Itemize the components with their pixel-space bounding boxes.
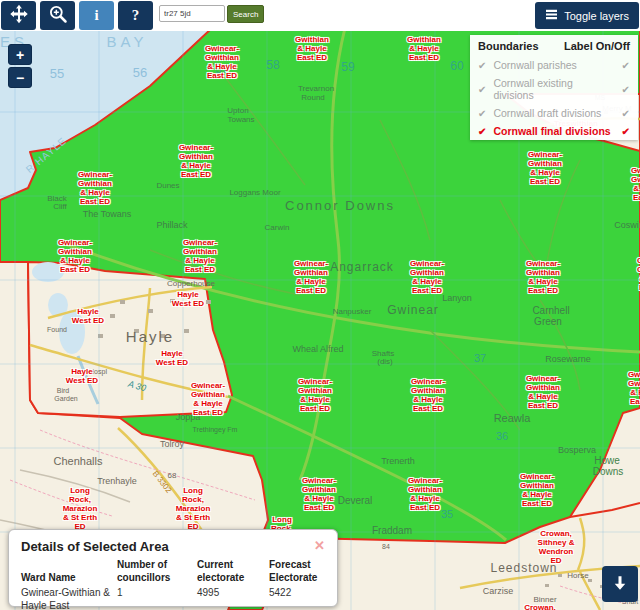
search-button[interactable]: Search xyxy=(227,5,264,23)
search-input[interactable] xyxy=(159,5,225,22)
map-place-label: Trevarnon xyxy=(298,84,334,93)
map-place-label: Carnhell xyxy=(532,305,569,316)
ed-label: Gwinear-Gwithian& HayleEast ED xyxy=(255,377,375,413)
ed-label: Gwinear-Gwithian& HayleEast ED xyxy=(15,238,135,274)
map-place-label: Phillack xyxy=(156,220,187,230)
help-tool-button[interactable]: ? xyxy=(118,1,153,30)
map-place-label: Copperhouse xyxy=(167,279,215,288)
layer-label: Cornwall draft divisions xyxy=(493,107,614,119)
pan-tool-button[interactable] xyxy=(1,1,36,30)
hamburger-icon xyxy=(545,9,558,22)
ed-label: Gwinear-Gwithian& HayleEast ED xyxy=(367,259,487,295)
down-arrow-icon xyxy=(611,574,629,595)
ed-label: Gwinear-Gwithian& HayleEast ED xyxy=(483,259,603,295)
map-place-label: Dunes xyxy=(156,181,179,190)
map-place-label: Trethingey Fm xyxy=(193,426,238,433)
ward-name-value: Gwinear-Gwithian & Hayle East xyxy=(21,587,117,610)
map-place-label: Green xyxy=(534,316,562,327)
column-header-ward-name: Ward Name xyxy=(21,572,117,585)
column-header-current-electorate: Current electorate xyxy=(197,559,269,584)
map-place-label: Coswin xyxy=(614,220,640,230)
map-place-label: Loggans Moor xyxy=(229,188,280,197)
label-toggle-check-icon[interactable]: ✔ xyxy=(622,108,630,119)
ed-label: HayleWest ED xyxy=(22,367,142,385)
map-place-label: Round xyxy=(301,93,325,102)
layer-row-cornwall-final-divisions[interactable]: ✔ Cornwall final divisions ✔ xyxy=(470,122,638,140)
layer-check-icon[interactable]: ✔ xyxy=(478,108,486,119)
map-place-label: 36 xyxy=(496,430,508,442)
map-place-label: Gwinear xyxy=(387,303,439,317)
ed-label: HayleWest ED xyxy=(112,349,232,367)
ed-label: HayleWest ED xyxy=(28,307,148,325)
map-place-label: 68 xyxy=(168,471,177,480)
map-app: ESBAYR HAYLE555657585960373536UptonTowan… xyxy=(0,0,640,610)
map-place-label: Bosperva xyxy=(558,445,596,455)
map-place-label: 84 xyxy=(382,543,390,550)
ed-label: Crowan,Sithney &WendronED xyxy=(496,529,616,565)
ed-label: Gwinear-Gwithian& HayleEast ED xyxy=(588,166,640,202)
ed-label: Gwinear-Gwithian& HayleEast ED xyxy=(251,259,371,295)
info-icon: i xyxy=(94,8,98,23)
map-place-label: Carzise xyxy=(483,586,514,596)
scroll-down-button[interactable] xyxy=(602,566,638,602)
ed-label: Gwinear-Gwithian& HayleEast ED xyxy=(485,150,605,186)
map-place-label: Found xyxy=(47,326,67,333)
map-place-label: Downs xyxy=(593,466,624,477)
map-place-label: 59 xyxy=(341,60,354,74)
ed-label: Gwinear-Gwithian& HayleEast ED xyxy=(365,476,485,512)
layer-check-icon[interactable]: ✔ xyxy=(478,126,486,137)
map-place-label: Horse xyxy=(567,571,588,580)
ed-label: Gwinear-Gwithian& HayleEast ED xyxy=(140,238,260,274)
layer-check-icon[interactable]: ✔ xyxy=(478,84,486,95)
map-place-label: 55 xyxy=(50,66,64,81)
label-toggle-check-icon[interactable]: ✔ xyxy=(622,126,630,137)
layer-row-cornwall-existing-divisions[interactable]: ✔ Cornwall existing divisions ✔ xyxy=(470,74,638,104)
label-toggle-check-icon[interactable]: ✔ xyxy=(622,60,630,71)
layer-row-cornwall-draft-divisions[interactable]: ✔ Cornwall draft divisions ✔ xyxy=(470,104,638,122)
ed-label: Gwithian& HayleEast ED xyxy=(364,35,484,62)
councillors-value: 1 xyxy=(117,587,197,610)
toggle-layers-label: Toggle layers xyxy=(564,10,629,22)
map-place-label: Carwin xyxy=(265,223,290,232)
map-place-label: Fraddam xyxy=(372,525,412,536)
map-place-label: Garden xyxy=(54,395,77,402)
details-panel: Details of Selected Area ✕ Ward Name Num… xyxy=(8,529,338,607)
ed-label: Gwinear-Gwithian& HayleEast ED xyxy=(585,370,640,406)
ed-label: Gwithian& HayleEast ED xyxy=(252,35,372,62)
ed-label: Gwinear-Gwithian& HayleEast ED xyxy=(477,472,597,508)
map-place-label: The Towans xyxy=(83,209,131,219)
ed-label: Crowan,Sithney & xyxy=(480,603,600,610)
zoom-box-tool-button[interactable] xyxy=(40,1,75,30)
ed-label: HayleWest ED xyxy=(128,290,248,308)
map-place-label: Tolroy xyxy=(160,439,184,449)
map-place-label: Trenhayle xyxy=(97,476,137,486)
current-electorate-value: 4995 xyxy=(197,587,269,610)
close-icon[interactable]: ✕ xyxy=(314,538,325,553)
map-place-label: Chenhalls xyxy=(54,455,103,467)
column-header-councillors: Number of councillors xyxy=(117,559,197,584)
map-place-label: Wheal Alfred xyxy=(292,344,343,354)
layer-label: Cornwall parishes xyxy=(493,59,614,71)
info-tool-button[interactable]: i xyxy=(79,1,114,30)
map-place-label: Trenerth xyxy=(381,456,415,466)
layer-row-cornwall-parishes[interactable]: ✔ Cornwall parishes ✔ xyxy=(470,56,638,74)
label-onoff-header: Label On/Off xyxy=(564,40,630,52)
zoom-control: + − xyxy=(8,44,32,88)
map-place-label: Reawla xyxy=(494,412,531,424)
ed-label: Gwinear-Gwithian& HayleEast ED xyxy=(35,170,155,206)
toggle-layers-button[interactable]: Toggle layers xyxy=(535,2,639,29)
magnifier-plus-icon xyxy=(48,4,68,27)
map-place-label: Howe xyxy=(594,455,620,466)
map-place-label: (dis) xyxy=(377,357,393,366)
ed-label: LongRock,Marazion& St ErthED xyxy=(20,486,140,531)
zoom-in-button[interactable]: + xyxy=(8,44,32,65)
zoom-out-button[interactable]: − xyxy=(8,67,32,88)
layer-check-icon[interactable]: ✔ xyxy=(478,60,486,71)
toolbar: i ? Search Toggle layers xyxy=(0,0,640,31)
label-toggle-check-icon[interactable]: ✔ xyxy=(622,84,630,95)
layer-label: Cornwall existing divisions xyxy=(493,77,614,101)
column-header-forecast-electorate: Forecast Electorate xyxy=(269,559,327,584)
layers-panel: Boundaries Label On/Off ✔ Cornwall paris… xyxy=(470,35,638,140)
map-place-label: Connor Downs xyxy=(285,198,395,213)
map-place-label: Bird xyxy=(57,387,69,394)
